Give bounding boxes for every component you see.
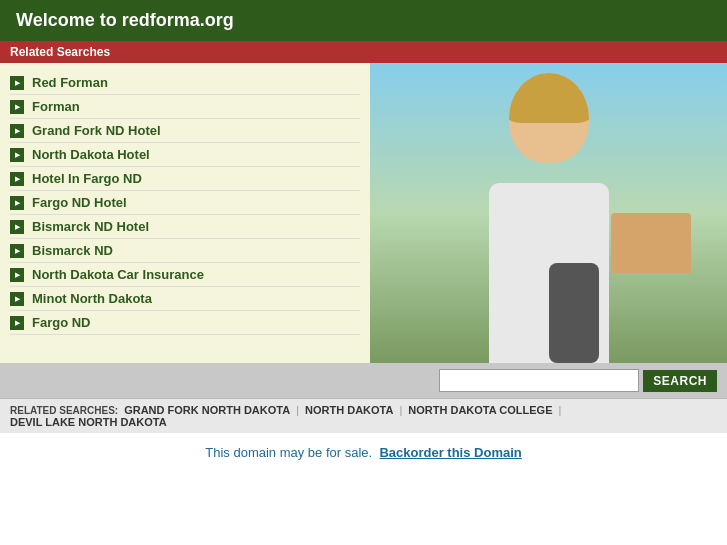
bullet-icon — [10, 172, 24, 186]
separator: | — [559, 404, 562, 416]
related-search-link[interactable]: North Dakota Car Insurance — [32, 267, 204, 282]
bottom-related-link[interactable]: NORTH DAKOTA COLLEGE — [408, 404, 552, 416]
bullet-icon — [10, 268, 24, 282]
list-item: Bismarck ND Hotel — [10, 215, 360, 239]
site-header: Welcome to redforma.org — [0, 0, 727, 41]
list-item: Minot North Dakota — [10, 287, 360, 311]
header-title: Welcome to redforma.org — [16, 10, 234, 30]
bullet-icon — [10, 244, 24, 258]
list-item: Red Forman — [10, 71, 360, 95]
search-row: SEARCH — [0, 363, 727, 398]
separator: | — [399, 404, 402, 416]
related-search-link[interactable]: Fargo ND — [32, 315, 91, 330]
bullet-icon — [10, 316, 24, 330]
separator: | — [296, 404, 299, 416]
list-item: Fargo ND Hotel — [10, 191, 360, 215]
image-column — [370, 63, 727, 363]
bottom-related-link[interactable]: NORTH DAKOTA — [305, 404, 393, 416]
list-item: North Dakota Hotel — [10, 143, 360, 167]
search-input[interactable] — [439, 369, 639, 392]
related-search-link[interactable]: Minot North Dakota — [32, 291, 152, 306]
bottom-related-link[interactable]: DEVIL LAKE NORTH DAKOTA — [10, 416, 167, 428]
related-search-link[interactable]: Red Forman — [32, 75, 108, 90]
list-item: Bismarck ND — [10, 239, 360, 263]
bullet-icon — [10, 196, 24, 210]
footer-text: This domain may be for sale. — [205, 445, 372, 460]
related-search-link[interactable]: Hotel In Fargo ND — [32, 171, 142, 186]
backorder-link[interactable]: Backorder this Domain — [379, 445, 521, 460]
bottom-related-label: RELATED SEARCHES: — [10, 405, 118, 416]
footer: This domain may be for sale. Backorder t… — [0, 433, 727, 472]
related-searches-bar: Related Searches — [0, 41, 727, 63]
search-button[interactable]: SEARCH — [643, 370, 717, 392]
bullet-icon — [10, 76, 24, 90]
links-column: Red FormanFormanGrand Fork ND HotelNorth… — [0, 63, 370, 363]
bullet-icon — [10, 124, 24, 138]
related-search-link[interactable]: Fargo ND Hotel — [32, 195, 127, 210]
list-item: Hotel In Fargo ND — [10, 167, 360, 191]
hero-image — [370, 63, 727, 363]
bottom-related-bar: RELATED SEARCHES: GRAND FORK NORTH DAKOT… — [0, 398, 727, 433]
related-searches-label: Related Searches — [10, 45, 110, 59]
bullet-icon — [10, 100, 24, 114]
main-content: Red FormanFormanGrand Fork ND HotelNorth… — [0, 63, 727, 363]
bullet-icon — [10, 292, 24, 306]
bottom-related-link[interactable]: GRAND FORK NORTH DAKOTA — [124, 404, 290, 416]
list-item: Fargo ND — [10, 311, 360, 335]
related-search-link[interactable]: North Dakota Hotel — [32, 147, 150, 162]
list-item: Forman — [10, 95, 360, 119]
related-search-link[interactable]: Grand Fork ND Hotel — [32, 123, 161, 138]
related-search-link[interactable]: Forman — [32, 99, 80, 114]
related-search-link[interactable]: Bismarck ND Hotel — [32, 219, 149, 234]
list-item: Grand Fork ND Hotel — [10, 119, 360, 143]
related-search-link[interactable]: Bismarck ND — [32, 243, 113, 258]
bullet-icon — [10, 148, 24, 162]
list-item: North Dakota Car Insurance — [10, 263, 360, 287]
bullet-icon — [10, 220, 24, 234]
